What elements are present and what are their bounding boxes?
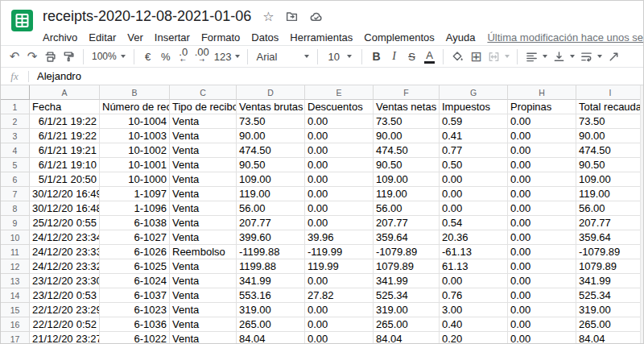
cell-B5[interactable]: 10-1001 <box>100 158 170 172</box>
cell-E15[interactable]: 0.00 <box>305 303 374 317</box>
text-color-button[interactable]: A <box>420 47 438 66</box>
text-rotation-button[interactable] <box>605 47 623 66</box>
cell-E11[interactable]: -119.99 <box>305 245 374 259</box>
cell-I2[interactable]: 73.50 <box>576 114 644 129</box>
more-formats-dropdown[interactable]: 123 <box>212 47 243 66</box>
cell-A5[interactable]: 6/1/21 19:10 <box>30 158 100 172</box>
cell-G10[interactable]: 20.36 <box>440 230 508 245</box>
cell-A15[interactable]: 22/12/20 23:29 <box>30 303 100 317</box>
row-header-5[interactable]: 5 <box>1 158 30 172</box>
cell-E4[interactable]: 0.00 <box>305 143 374 158</box>
cell-A13[interactable]: 23/12/20 23:30 <box>30 274 100 288</box>
cell-H17[interactable]: 0.00 <box>508 332 576 344</box>
cell-F10[interactable]: 359.64 <box>374 230 440 245</box>
cell-E7[interactable]: 0.00 <box>305 187 374 201</box>
cell-I13[interactable]: 341.99 <box>576 274 644 288</box>
cell-D12[interactable]: 1199.88 <box>237 259 305 274</box>
menu-item-herramientas[interactable]: Herramientas <box>284 29 358 46</box>
cell-C9[interactable]: Venta <box>170 216 237 230</box>
cell-C15[interactable]: Venta <box>170 303 237 317</box>
cell-D8[interactable]: 56.00 <box>237 201 305 216</box>
cell-F6[interactable]: 109.00 <box>374 172 440 187</box>
font-size-dropdown[interactable]: 10 <box>323 47 357 66</box>
row-header-9[interactable]: 9 <box>1 216 30 230</box>
cell-I12[interactable]: 1079.89 <box>576 259 644 274</box>
cell-B9[interactable]: 6-1038 <box>100 216 170 230</box>
cell-A11[interactable]: 24/12/20 23:33 <box>30 245 100 259</box>
font-family-dropdown[interactable]: Arial <box>253 47 312 66</box>
row-header-12[interactable]: 12 <box>1 259 30 274</box>
cell-H8[interactable]: 0.00 <box>508 201 576 216</box>
cell-E8[interactable]: 0.00 <box>305 201 374 216</box>
cell-C7[interactable]: Venta <box>170 187 237 201</box>
cell-I6[interactable]: 109.00 <box>576 172 644 187</box>
increase-decimal-button[interactable]: .00→ <box>192 47 212 66</box>
cell-G1[interactable]: Impuestos <box>440 100 508 114</box>
cell-A7[interactable]: 30/12/20 16:49 <box>30 187 100 201</box>
cell-E9[interactable]: 0.00 <box>305 216 374 230</box>
cell-C3[interactable]: Venta <box>170 129 237 143</box>
cell-G11[interactable]: -61.13 <box>440 245 508 259</box>
cell-A3[interactable]: 6/1/21 19:22 <box>30 129 100 143</box>
cell-C13[interactable]: Venta <box>170 274 237 288</box>
menu-item-datos[interactable]: Datos <box>246 29 284 46</box>
cell-B13[interactable]: 6-1024 <box>100 274 170 288</box>
document-title[interactable]: receipts-2020-12-08-2021-01-06 <box>43 8 251 25</box>
strikethrough-button[interactable]: S <box>402 47 420 66</box>
cell-F3[interactable]: 90.00 <box>374 129 440 143</box>
format-percent-button[interactable]: % <box>157 47 175 66</box>
row-header-8[interactable]: 8 <box>1 201 30 216</box>
cell-I11[interactable]: -1079.89 <box>576 245 644 259</box>
borders-button[interactable]: ⊞ <box>467 47 485 66</box>
cell-H6[interactable]: 0.00 <box>508 172 576 187</box>
cell-H4[interactable]: 0.00 <box>508 143 576 158</box>
cell-G9[interactable]: 0.54 <box>440 216 508 230</box>
bold-button[interactable]: B <box>367 47 385 66</box>
cell-C8[interactable]: Venta <box>170 201 237 216</box>
cell-B1[interactable]: Número de recibo <box>100 100 170 114</box>
cell-F2[interactable]: 73.50 <box>374 114 440 129</box>
menu-item-archivo[interactable]: Archivo <box>37 29 83 46</box>
cell-F9[interactable]: 207.77 <box>374 216 440 230</box>
cell-D9[interactable]: 207.77 <box>237 216 305 230</box>
column-header-H[interactable]: H <box>508 85 576 100</box>
row-header-2[interactable]: 2 <box>1 114 30 129</box>
column-header-F[interactable]: F <box>374 85 440 100</box>
cell-B7[interactable]: 1-1097 <box>100 187 170 201</box>
row-header-17[interactable]: 17 <box>1 332 30 344</box>
cell-H1[interactable]: Propinas <box>508 100 576 114</box>
column-header-B[interactable]: B <box>100 85 170 100</box>
row-header-14[interactable]: 14 <box>1 288 30 303</box>
cell-H16[interactable]: 0.00 <box>508 317 576 332</box>
cell-F15[interactable]: 319.00 <box>374 303 440 317</box>
cell-G5[interactable]: 0.50 <box>440 158 508 172</box>
cell-D13[interactable]: 341.99 <box>237 274 305 288</box>
cell-G17[interactable]: 0.20 <box>440 332 508 344</box>
cell-H3[interactable]: 0.00 <box>508 129 576 143</box>
row-header-13[interactable]: 13 <box>1 274 30 288</box>
cell-G15[interactable]: 3.00 <box>440 303 508 317</box>
cell-A16[interactable]: 22/12/20 0:52 <box>30 317 100 332</box>
menu-item-ver[interactable]: Ver <box>122 29 149 46</box>
cell-E17[interactable]: 0.00 <box>305 332 374 344</box>
cell-E1[interactable]: Descuentos <box>305 100 374 114</box>
cell-G13[interactable]: 0.00 <box>440 274 508 288</box>
cell-C5[interactable]: Venta <box>170 158 237 172</box>
column-header-D[interactable]: D <box>237 85 305 100</box>
cell-D1[interactable]: Ventas brutas <box>237 100 305 114</box>
menu-item-editar[interactable]: Editar <box>83 29 122 46</box>
cell-F12[interactable]: 1079.89 <box>374 259 440 274</box>
column-header-E[interactable]: E <box>305 85 374 100</box>
cell-A17[interactable]: 21/12/20 23:27 <box>30 332 100 344</box>
cell-I16[interactable]: 265.00 <box>576 317 644 332</box>
cell-I5[interactable]: 90.50 <box>576 158 644 172</box>
cell-H12[interactable]: 0.00 <box>508 259 576 274</box>
cell-E13[interactable]: 0.00 <box>305 274 374 288</box>
cell-I4[interactable]: 474.50 <box>576 143 644 158</box>
cell-G7[interactable]: 0.00 <box>440 187 508 201</box>
cell-D17[interactable]: 84.04 <box>237 332 305 344</box>
cell-E10[interactable]: 39.96 <box>305 230 374 245</box>
menu-item-insertar[interactable]: Insertar <box>149 29 196 46</box>
cell-C16[interactable]: Venta <box>170 317 237 332</box>
cell-D4[interactable]: 474.50 <box>237 143 305 158</box>
